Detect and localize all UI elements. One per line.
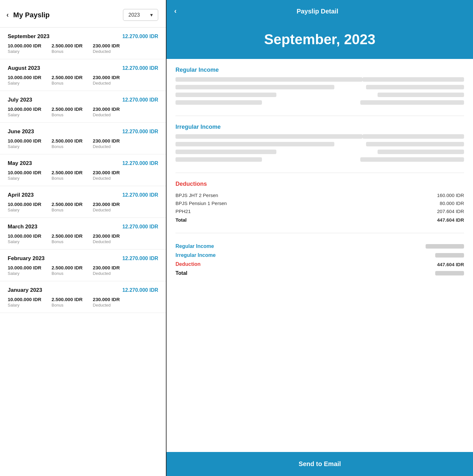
deducted-amount: 230.000 IDR — [93, 138, 120, 144]
payslip-item[interactable]: February 2023 12.270.000 IDR 10.000.000 … — [0, 250, 166, 281]
summary-deduction-label: Deduction — [175, 261, 200, 267]
summary-irregular-label: Irregular Income — [175, 252, 216, 258]
left-header-left: ‹ My Payslip — [6, 11, 50, 19]
deducted-label: Deducted — [93, 271, 120, 276]
deducted-label: Deducted — [93, 81, 120, 86]
detail-header-title: Payslip Detail — [182, 8, 453, 15]
month-label: June 2023 — [8, 128, 34, 135]
year-dropdown[interactable]: 2023 ▾ — [123, 9, 158, 21]
bonus-label: Bonus — [52, 144, 83, 149]
month-label: August 2023 — [8, 65, 40, 71]
summary-regular-skeleton — [426, 244, 464, 249]
total-amount: 12.270.000 IDR — [122, 129, 158, 135]
salary-label: Salary — [8, 144, 41, 149]
bonus-label: Bonus — [52, 208, 83, 212]
bonus-amount: 2.500.000 IDR — [52, 75, 83, 80]
bonus-amount: 2.500.000 IDR — [52, 265, 83, 270]
salary-col: 10.000.000 IDR Salary — [8, 265, 41, 276]
deduction-total-row: Total 447.604 IDR — [175, 216, 464, 224]
deduction-value: 80.000 IDR — [440, 201, 464, 206]
salary-label: Salary — [8, 208, 41, 212]
salary-amount: 10.000.000 IDR — [8, 233, 41, 239]
bonus-label: Bonus — [52, 176, 83, 181]
bonus-amount: 2.500.000 IDR — [52, 43, 83, 48]
salary-col: 10.000.000 IDR Salary — [8, 138, 41, 149]
total-amount: 12.270.000 IDR — [122, 160, 158, 166]
deducted-label: Deducted — [93, 303, 120, 308]
month-banner: September, 2023 — [167, 22, 473, 59]
send-email-button[interactable]: Send to Email — [167, 452, 473, 476]
bonus-col: 2.500.000 IDR Bonus — [52, 233, 83, 244]
deducted-col: 230.000 IDR Deducted — [93, 265, 120, 276]
payslip-item[interactable]: July 2023 12.270.000 IDR 10.000.000 IDR … — [0, 91, 166, 123]
right-header: ‹ Payslip Detail — [167, 0, 473, 22]
payslip-item[interactable]: April 2023 12.270.000 IDR 10.000.000 IDR… — [0, 186, 166, 218]
salary-col: 10.000.000 IDR Salary — [8, 170, 41, 181]
salary-amount: 10.000.000 IDR — [8, 201, 41, 207]
bonus-amount: 2.500.000 IDR — [52, 297, 83, 302]
salary-amount: 10.000.000 IDR — [8, 138, 41, 144]
payslip-item[interactable]: August 2023 12.270.000 IDR 10.000.000 ID… — [0, 59, 166, 91]
deducted-col: 230.000 IDR Deducted — [93, 106, 120, 117]
right-content: Regular Income Irregular Income Deductio… — [167, 59, 473, 452]
deducted-label: Deducted — [93, 112, 120, 117]
deducted-amount: 230.000 IDR — [93, 75, 120, 80]
summary-irregular-skeleton — [435, 253, 464, 258]
total-amount: 12.270.000 IDR — [122, 65, 158, 71]
payslip-item[interactable]: January 2023 12.270.000 IDR 10.000.000 I… — [0, 281, 166, 313]
back-button-left[interactable]: ‹ — [6, 11, 9, 19]
summary-deduction-value: 447.604 IDR — [437, 262, 464, 267]
summary-regular-label: Regular Income — [175, 243, 214, 249]
summary-total-label: Total — [175, 270, 187, 276]
deduction-value: 160.000 IDR — [437, 193, 464, 198]
payslip-item[interactable]: May 2023 12.270.000 IDR 10.000.000 IDR S… — [0, 154, 166, 186]
summary-total-skeleton — [435, 271, 464, 275]
bonus-amount: 2.500.000 IDR — [52, 106, 83, 112]
bonus-amount: 2.500.000 IDR — [52, 138, 83, 144]
summary-irregular-row: Irregular Income — [175, 252, 464, 258]
bonus-label: Bonus — [52, 271, 83, 276]
deduction-total-value: 447.604 IDR — [437, 217, 464, 223]
divider-2 — [175, 173, 464, 173]
month-label: September 2023 — [8, 33, 49, 40]
summary-regular-row: Regular Income — [175, 243, 464, 249]
month-label: February 2023 — [8, 255, 45, 262]
deduction-value: 207.604 IDR — [437, 209, 464, 214]
deduction-total-label: Total — [175, 217, 187, 223]
month-label: January 2023 — [8, 287, 42, 293]
bonus-col: 2.500.000 IDR Bonus — [52, 138, 83, 149]
deductions-title: Deductions — [175, 181, 464, 187]
regular-income-section: Regular Income — [175, 67, 464, 108]
bonus-amount: 2.500.000 IDR — [52, 201, 83, 207]
deducted-col: 230.000 IDR Deducted — [93, 138, 120, 149]
divider-3 — [175, 233, 464, 233]
salary-label: Salary — [8, 49, 41, 54]
bonus-col: 2.500.000 IDR Bonus — [52, 106, 83, 117]
deducted-col: 230.000 IDR Deducted — [93, 201, 120, 212]
salary-col: 10.000.000 IDR Salary — [8, 297, 41, 308]
salary-col: 10.000.000 IDR Salary — [8, 201, 41, 212]
deducted-amount: 230.000 IDR — [93, 297, 120, 302]
payslip-item[interactable]: September 2023 12.270.000 IDR 10.000.000… — [0, 28, 166, 59]
deducted-label: Deducted — [93, 239, 120, 244]
salary-amount: 10.000.000 IDR — [8, 297, 41, 302]
deducted-amount: 230.000 IDR — [93, 43, 120, 48]
bonus-amount: 2.500.000 IDR — [52, 233, 83, 239]
year-value: 2023 — [128, 12, 140, 18]
irregular-income-section: Irregular Income — [175, 124, 464, 165]
deducted-label: Deducted — [93, 208, 120, 212]
deduction-name: PPH21 — [175, 209, 191, 214]
deduction-row: BPJS JHT 2 Persen 160.000 IDR — [175, 191, 464, 199]
back-button-right[interactable]: ‹ — [174, 7, 176, 15]
salary-label: Salary — [8, 303, 41, 308]
salary-amount: 10.000.000 IDR — [8, 106, 41, 112]
deduction-rows: BPJS JHT 2 Persen 160.000 IDR BPJS Pensi… — [175, 191, 464, 215]
salary-label: Salary — [8, 176, 41, 181]
payslip-item[interactable]: March 2023 12.270.000 IDR 10.000.000 IDR… — [0, 218, 166, 250]
bonus-col: 2.500.000 IDR Bonus — [52, 297, 83, 308]
summary-total-row: Total — [175, 270, 464, 276]
month-banner-text: September, 2023 — [264, 31, 375, 47]
payslip-item[interactable]: June 2023 12.270.000 IDR 10.000.000 IDR … — [0, 123, 166, 154]
deducted-amount: 230.000 IDR — [93, 106, 120, 112]
deducted-col: 230.000 IDR Deducted — [93, 43, 120, 54]
